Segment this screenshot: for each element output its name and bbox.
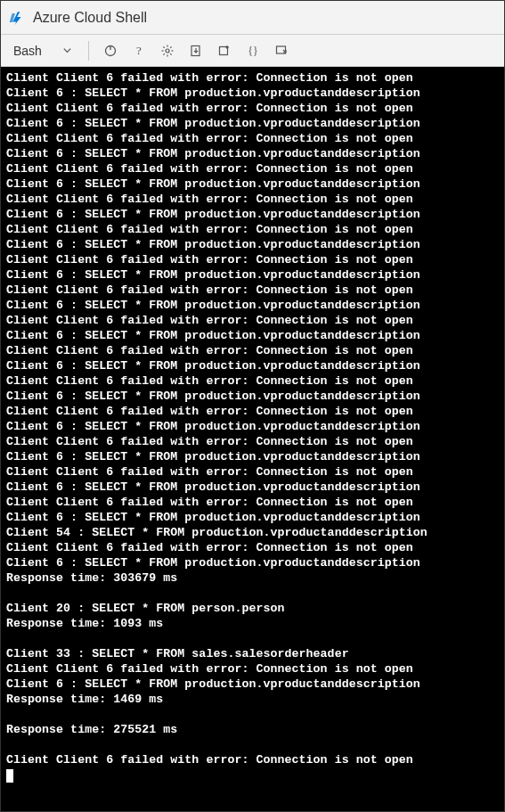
svg-line-8 bbox=[163, 46, 164, 47]
svg-point-3 bbox=[166, 49, 169, 53]
terminal-line: Client 6 : SELECT * FROM production.vpro… bbox=[6, 677, 499, 692]
svg-line-11 bbox=[170, 46, 171, 47]
terminal-line: Client 6 : SELECT * FROM production.vpro… bbox=[6, 237, 499, 252]
terminal-line: Client Client 6 failed with error: Conne… bbox=[6, 404, 499, 419]
terminal-line: Client Client 6 failed with error: Conne… bbox=[6, 161, 499, 176]
new-session-button[interactable] bbox=[212, 38, 237, 63]
titlebar: Azure Cloud Shell bbox=[1, 1, 504, 35]
terminal-line: Client Client 6 failed with error: Conne… bbox=[6, 752, 499, 767]
terminal-line: Client Client 6 failed with error: Conne… bbox=[6, 343, 499, 358]
terminal-line: Client 6 : SELECT * FROM production.vpro… bbox=[6, 146, 499, 161]
terminal-line: Client Client 6 failed with error: Conne… bbox=[6, 222, 499, 237]
azure-logo-icon bbox=[8, 9, 26, 27]
terminal-line: Client 6 : SELECT * FROM production.vpro… bbox=[6, 358, 499, 373]
terminal-line: Client 6 : SELECT * FROM production.vpro… bbox=[6, 207, 499, 222]
terminal-line: Client Client 6 failed with error: Conne… bbox=[6, 313, 499, 328]
terminal-line: Client Client 6 failed with error: Conne… bbox=[6, 252, 499, 267]
toolbar-separator bbox=[88, 41, 89, 61]
shell-selector[interactable]: Bash bbox=[6, 40, 79, 62]
upload-download-button[interactable] bbox=[183, 38, 208, 63]
restart-button[interactable] bbox=[98, 38, 123, 63]
terminal-line: Client 6 : SELECT * FROM production.vpro… bbox=[6, 419, 499, 434]
terminal-line: Client 6 : SELECT * FROM production.vpro… bbox=[6, 116, 499, 131]
terminal-line: Client 6 : SELECT * FROM production.vpro… bbox=[6, 176, 499, 192]
terminal-line: Client 6 : SELECT * FROM production.vpro… bbox=[6, 267, 499, 283]
terminal-line: Client 33 : SELECT * FROM sales.salesord… bbox=[6, 646, 499, 661]
terminal-line: Client 6 : SELECT * FROM production.vpro… bbox=[6, 389, 499, 404]
terminal-line: Client 6 : SELECT * FROM production.vpro… bbox=[6, 480, 499, 495]
terminal-line: Client 6 : SELECT * FROM production.vpro… bbox=[6, 449, 499, 464]
web-preview-button[interactable] bbox=[269, 38, 294, 63]
editor-button[interactable]: {} bbox=[240, 38, 265, 63]
chevron-down-icon bbox=[62, 44, 72, 58]
terminal-line: Client 6 : SELECT * FROM production.vpro… bbox=[6, 86, 499, 101]
terminal-line: Client Client 6 failed with error: Conne… bbox=[6, 373, 499, 389]
terminal-line: Client Client 6 failed with error: Conne… bbox=[6, 495, 499, 510]
svg-rect-13 bbox=[220, 46, 228, 54]
terminal-line bbox=[6, 737, 499, 752]
terminal-line: Response time: 275521 ms bbox=[6, 722, 499, 737]
terminal-line: Client Client 6 failed with error: Conne… bbox=[6, 101, 499, 116]
terminal-output[interactable]: Client Client 6 failed with error: Conne… bbox=[1, 67, 504, 812]
terminal-line: Client 6 : SELECT * FROM production.vpro… bbox=[6, 555, 499, 570]
svg-line-10 bbox=[163, 53, 164, 54]
terminal-line: Client Client 6 failed with error: Conne… bbox=[6, 70, 499, 86]
terminal-line: Response time: 1469 ms bbox=[6, 692, 499, 707]
terminal-line: Response time: 1093 ms bbox=[6, 616, 499, 631]
terminal-line: Client Client 6 failed with error: Conne… bbox=[6, 661, 499, 677]
terminal-line bbox=[6, 707, 499, 722]
terminal-line: Client Client 6 failed with error: Conne… bbox=[6, 283, 499, 298]
terminal-line: Client Client 6 failed with error: Conne… bbox=[6, 540, 499, 555]
terminal-line: Client 6 : SELECT * FROM production.vpro… bbox=[6, 510, 499, 525]
settings-button[interactable] bbox=[155, 38, 180, 63]
terminal-line bbox=[6, 586, 499, 601]
terminal-cursor bbox=[6, 769, 13, 783]
terminal-line: Client 6 : SELECT * FROM production.vpro… bbox=[6, 328, 499, 343]
shell-selector-label: Bash bbox=[13, 44, 42, 58]
window-title: Azure Cloud Shell bbox=[33, 10, 147, 26]
terminal-line: Client 20 : SELECT * FROM person.person bbox=[6, 601, 499, 616]
terminal-line: Client Client 6 failed with error: Conne… bbox=[6, 192, 499, 207]
terminal-line: Client Client 6 failed with error: Conne… bbox=[6, 131, 499, 146]
svg-text:?: ? bbox=[136, 44, 142, 57]
toolbar: Bash ? {} bbox=[1, 35, 504, 67]
help-button[interactable]: ? bbox=[126, 38, 151, 63]
terminal-line: Response time: 303679 ms bbox=[6, 570, 499, 586]
svg-text:{}: {} bbox=[248, 45, 258, 57]
terminal-line bbox=[6, 631, 499, 646]
terminal-line: Client Client 6 failed with error: Conne… bbox=[6, 434, 499, 449]
terminal-line: Client Client 6 failed with error: Conne… bbox=[6, 464, 499, 480]
terminal-line: Client 6 : SELECT * FROM production.vpro… bbox=[6, 298, 499, 313]
terminal-line: Client 54 : SELECT * FROM production.vpr… bbox=[6, 525, 499, 540]
svg-line-9 bbox=[170, 53, 171, 54]
